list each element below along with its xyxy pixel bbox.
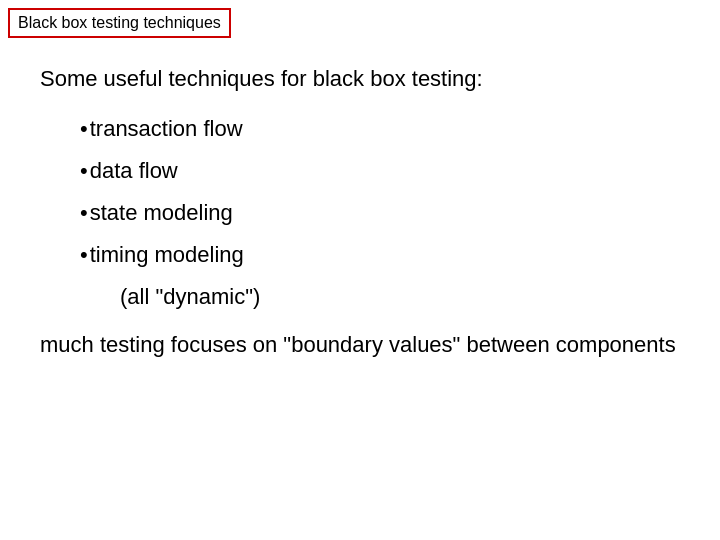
main-content: Some useful techniques for black box tes… xyxy=(0,38,720,381)
bullet-dot: • xyxy=(80,116,88,142)
footer-text: much testing focuses on "boundary values… xyxy=(40,330,680,361)
list-item: • state modeling xyxy=(80,200,680,226)
bullet-text: timing modeling xyxy=(90,242,244,268)
bullet-text: state modeling xyxy=(90,200,233,226)
dynamic-note: (all "dynamic") xyxy=(40,284,680,310)
bullet-text: data flow xyxy=(90,158,178,184)
bullet-dot: • xyxy=(80,242,88,268)
bullet-dot: • xyxy=(80,200,88,226)
list-item: • transaction flow xyxy=(80,116,680,142)
bullet-text: transaction flow xyxy=(90,116,243,142)
intro-text: Some useful techniques for black box tes… xyxy=(40,66,680,92)
slide-title: Black box testing techniques xyxy=(8,8,231,38)
list-item: • timing modeling xyxy=(80,242,680,268)
bullet-dot: • xyxy=(80,158,88,184)
techniques-list: • transaction flow • data flow • state m… xyxy=(40,116,680,268)
list-item: • data flow xyxy=(80,158,680,184)
